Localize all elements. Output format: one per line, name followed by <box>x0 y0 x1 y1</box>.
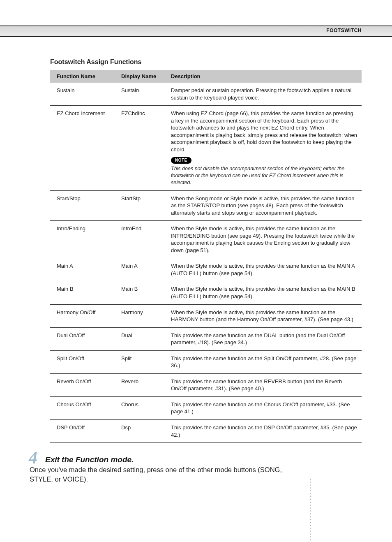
cell-func: Chorus On/Off <box>50 396 115 419</box>
cell-desc: When using EZ Chord (page 66), this prov… <box>164 106 362 190</box>
table-row: DSP On/Off Dsp This provides the same fu… <box>50 419 362 442</box>
note-label: NOTE <box>171 157 191 164</box>
table-row: Chorus On/Off Chorus This provides the s… <box>50 396 362 419</box>
cell-func: Main A <box>50 258 115 281</box>
cell-desc: This provides the same function as the D… <box>164 419 362 442</box>
col-header-function-name: Function Name <box>50 70 115 83</box>
dotted-rule <box>310 478 311 542</box>
table-row: Start/Stop StartStp When the Song mode o… <box>50 190 362 221</box>
cell-disp: Harmony <box>115 304 164 327</box>
header-bar: FOOTSWITCH <box>0 25 392 37</box>
cell-disp: Chorus <box>115 396 164 419</box>
cell-func: Split On/Off <box>50 350 115 373</box>
cell-desc: Damper pedal or sustain operation. Press… <box>164 83 362 106</box>
cell-func: Sustain <box>50 83 115 106</box>
cell-desc-text: When using EZ Chord (page 66), this prov… <box>171 110 357 153</box>
cell-disp: Main B <box>115 281 164 304</box>
cell-func: Harmony On/Off <box>50 304 115 327</box>
col-header-display-name: Display Name <box>115 70 164 83</box>
table-row: EZ Chord Increment EZChdInc When using E… <box>50 106 362 190</box>
cell-func: Start/Stop <box>50 190 115 221</box>
cell-disp: Reverb <box>115 373 164 396</box>
table-row: Intro/Ending IntroEnd When the Style mod… <box>50 221 362 258</box>
step-block: 4 Exit the Function mode. Once you've ma… <box>29 455 362 484</box>
cell-disp: EZChdInc <box>115 106 164 190</box>
table-row: Split On/Off Split This provides the sam… <box>50 350 362 373</box>
table-row: Dual On/Off Dual This provides the same … <box>50 327 362 350</box>
cell-desc: When the Song mode or Style mode is acti… <box>164 190 362 221</box>
table-row: Main A Main A When the Style mode is act… <box>50 258 362 281</box>
table-row: Sustain Sustain Damper pedal or sustain … <box>50 83 362 106</box>
cell-desc: This provides the same function as the R… <box>164 373 362 396</box>
table-row: Reverb On/Off Reverb This provides the s… <box>50 373 362 396</box>
cell-func: Intro/Ending <box>50 221 115 258</box>
cell-desc: When the Style mode is active, this prov… <box>164 281 362 304</box>
cell-desc: This provides the same function as the D… <box>164 327 362 350</box>
cell-desc: This provides the same function as the C… <box>164 396 362 419</box>
cell-func: DSP On/Off <box>50 419 115 442</box>
header-section-title: FOOTSWITCH <box>326 28 362 33</box>
cell-disp: IntroEnd <box>115 221 164 258</box>
table-row: Harmony On/Off Harmony When the Style mo… <box>50 304 362 327</box>
col-header-description: Description <box>164 70 362 83</box>
step-body: Once you've made the desired setting, pr… <box>30 465 284 484</box>
cell-func: Reverb On/Off <box>50 373 115 396</box>
cell-desc: When the Style mode is active, this prov… <box>164 304 362 327</box>
cell-disp: Main A <box>115 258 164 281</box>
cell-func: EZ Chord Increment <box>50 106 115 190</box>
cell-desc: When the Style mode is active, this prov… <box>164 221 362 258</box>
step-title: Exit the Function mode. <box>45 455 362 464</box>
cell-desc: This provides the same function as the S… <box>164 350 362 373</box>
cell-disp: Split <box>115 350 164 373</box>
table-row: Main B Main B When the Style mode is act… <box>50 281 362 304</box>
cell-disp: Sustain <box>115 83 164 106</box>
cell-disp: Dsp <box>115 419 164 442</box>
note-text: This does not disable the accompaniment … <box>171 165 357 186</box>
cell-disp: Dual <box>115 327 164 350</box>
cell-desc: When the Style mode is active, this prov… <box>164 258 362 281</box>
step-number: 4 <box>29 448 37 468</box>
footswitch-functions-table: Function Name Display Name Description S… <box>50 70 362 443</box>
cell-func: Dual On/Off <box>50 327 115 350</box>
cell-func: Main B <box>50 281 115 304</box>
section-title: Footswitch Assign Functions <box>50 58 362 66</box>
cell-disp: StartStp <box>115 190 164 221</box>
